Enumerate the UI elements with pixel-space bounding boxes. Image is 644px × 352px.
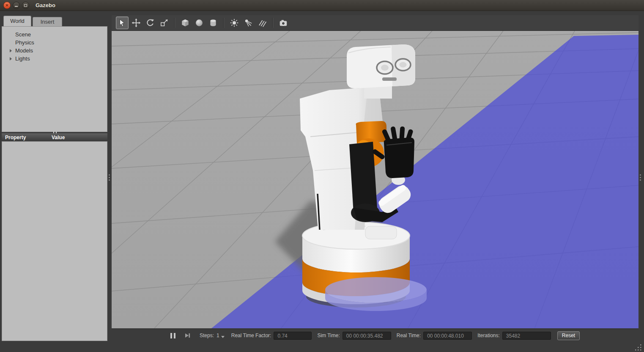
tree-item-lights[interactable]: Lights <box>2 55 107 63</box>
toolbar-separator <box>223 18 224 28</box>
screenshot-button[interactable] <box>277 16 290 29</box>
sphere-icon <box>195 18 204 28</box>
toolbar-separator <box>174 18 175 28</box>
scale-tool-button[interactable] <box>158 16 170 29</box>
translate-icon <box>132 18 141 28</box>
render-toolbar <box>112 15 639 31</box>
step-forward-icon <box>184 332 191 339</box>
maximize-button[interactable] <box>22 2 29 9</box>
iterations-label: Iterations: <box>477 333 500 338</box>
close-button[interactable]: ✕ <box>3 2 11 9</box>
step-button[interactable] <box>182 330 193 341</box>
box-icon <box>181 18 190 28</box>
steps-value: 1 <box>216 333 219 338</box>
laser-puck <box>325 277 427 311</box>
render-viewport[interactable] <box>112 31 639 328</box>
world-tree-panel: Scene Physics Models Lights <box>2 26 107 132</box>
select-arrow-icon <box>118 18 127 28</box>
spot-light-icon <box>244 18 253 28</box>
real-time-factor-field: 0.74 <box>274 332 312 340</box>
insert-box-button[interactable] <box>179 16 192 29</box>
tree-item-label: Physics <box>15 39 34 46</box>
property-column-header: Property <box>2 135 52 140</box>
right-splitter-handle[interactable] <box>640 174 641 181</box>
tree-item-models[interactable]: Models <box>2 47 107 55</box>
maximize-icon <box>24 4 27 7</box>
property-table-header: Property Value <box>2 133 107 141</box>
statusbar: Steps: 1 Real Time Factor: 0.74 Sim Time… <box>112 329 639 342</box>
resize-grip-icon <box>634 343 642 352</box>
iterations-field: 35482 <box>502 332 551 340</box>
tree-item-label: Models <box>15 47 33 54</box>
rotate-tool-button[interactable] <box>144 16 156 29</box>
steps-label: Steps: <box>200 333 214 338</box>
insert-sphere-button[interactable] <box>193 16 206 29</box>
directional-light-icon <box>258 18 267 28</box>
panel-splitter-handle[interactable] <box>109 174 110 181</box>
scale-icon <box>159 18 169 28</box>
robot-mouth <box>382 77 397 81</box>
real-time-field: 00 00:00:48.010 <box>423 332 472 340</box>
point-light-icon <box>230 18 239 28</box>
tree-item-label: Lights <box>15 55 30 62</box>
point-light-button[interactable] <box>228 16 241 29</box>
pause-icon <box>170 333 172 338</box>
tree-item-physics[interactable]: Physics <box>2 38 107 47</box>
cylinder-icon <box>208 18 218 28</box>
translate-tool-button[interactable] <box>130 16 143 29</box>
column-resize-handle[interactable] <box>53 132 57 133</box>
tab-insert[interactable]: Insert <box>33 17 62 26</box>
robot-head[interactable] <box>347 44 415 88</box>
toolbar-separator <box>272 18 273 28</box>
rotate-icon <box>145 18 155 28</box>
camera-icon <box>279 18 288 28</box>
insert-cylinder-button[interactable] <box>207 16 219 29</box>
pause-button[interactable] <box>167 330 178 341</box>
spinner-down-icon[interactable] <box>221 336 225 338</box>
minimize-icon <box>15 6 18 7</box>
value-column-header: Value <box>52 135 65 140</box>
pause-icon <box>174 333 175 338</box>
minimize-button[interactable] <box>13 2 20 9</box>
tab-world[interactable]: World <box>3 16 31 26</box>
expander-arrow-icon[interactable] <box>10 57 12 60</box>
select-tool-button[interactable] <box>116 16 129 29</box>
sim-time-label: Sim Time: <box>317 333 340 338</box>
titlebar[interactable]: ✕ Gazebo <box>0 0 644 11</box>
real-time-label: Real Time: <box>397 333 421 338</box>
reset-button[interactable]: Reset <box>557 331 580 340</box>
window-title: Gazebo <box>36 2 55 8</box>
spot-light-button[interactable] <box>242 16 255 29</box>
directional-light-button[interactable] <box>256 16 269 29</box>
window-resize-grip[interactable] <box>634 343 642 352</box>
real-time-factor-label: Real Time Factor: <box>231 333 271 338</box>
property-panel <box>2 141 107 341</box>
steps-spinbox[interactable]: 1 <box>216 333 225 338</box>
tree-item-label: Scene <box>15 31 31 38</box>
expander-arrow-icon[interactable] <box>10 49 12 52</box>
tree-item-scene[interactable]: Scene <box>2 30 107 38</box>
sim-time-field: 00 00:00:35.482 <box>343 332 391 340</box>
